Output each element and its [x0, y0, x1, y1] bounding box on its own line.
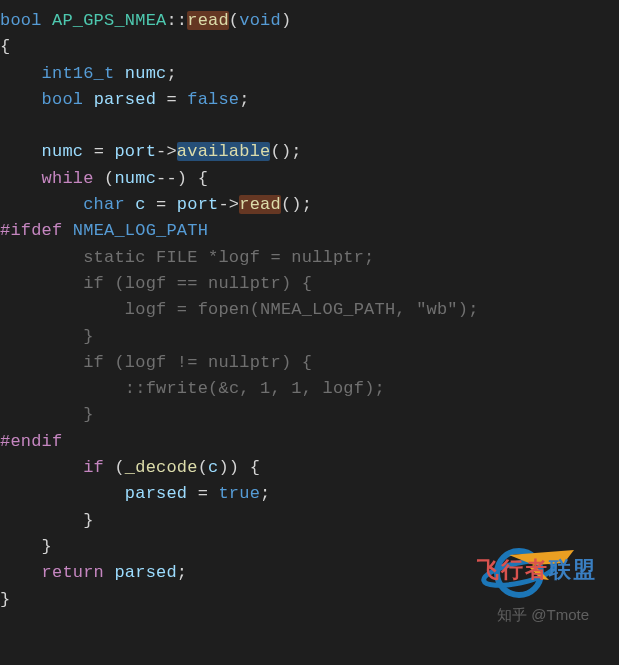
tok-false: false	[187, 90, 239, 109]
tok-void: void	[239, 11, 281, 30]
tok-bool: bool	[42, 90, 84, 109]
var-parsed3: parsed	[114, 563, 176, 582]
var-logf3: logf	[125, 300, 167, 319]
var-numc-loop: numc	[114, 169, 156, 188]
fopen-path: NMEA_LOG_PATH	[260, 300, 395, 319]
endif-kw: #endif	[0, 432, 62, 451]
kw-if2: if	[83, 353, 104, 372]
call-read: read	[239, 195, 281, 214]
fopen-mode: "wb"	[416, 300, 458, 319]
var-logf4: logf	[125, 353, 167, 372]
var-numc: numc	[125, 64, 167, 83]
num-1a: 1	[260, 379, 270, 398]
var-c3: c	[208, 458, 218, 477]
call-fopen: fopen	[198, 300, 250, 319]
kw-if3: if	[83, 458, 104, 477]
var-logf5: logf	[323, 379, 365, 398]
tok-class-name: AP_GPS_NMEA	[52, 11, 166, 30]
tok-char: char	[83, 195, 125, 214]
var-parsed: parsed	[94, 90, 156, 109]
kw-while: while	[42, 169, 94, 188]
kw-static: static	[83, 248, 145, 267]
tok-method-name: read	[187, 11, 229, 30]
tok-true: true	[218, 484, 260, 503]
var-logf2: logf	[125, 274, 167, 293]
ifdef-kw: #ifdef	[0, 221, 62, 240]
call-fwrite: fwrite	[146, 379, 208, 398]
var-parsed2: parsed	[125, 484, 187, 503]
kw-return: return	[42, 563, 104, 582]
var-logf: logf	[218, 248, 260, 267]
field-port: port	[114, 142, 156, 161]
call-decode: _decode	[125, 458, 198, 477]
tok-int16: int16_t	[42, 64, 115, 83]
type-file: FILE	[156, 248, 198, 267]
var-c2: c	[229, 379, 239, 398]
nullptr2: nullptr	[208, 274, 281, 293]
num-1b: 1	[291, 379, 301, 398]
field-port2: port	[177, 195, 219, 214]
var-c: c	[135, 195, 145, 214]
nullptr3: nullptr	[208, 353, 281, 372]
ifdef-sym: NMEA_LOG_PATH	[73, 221, 208, 240]
call-available: available	[177, 142, 271, 161]
tok-return-type: bool	[0, 11, 42, 30]
var-numc-use: numc	[42, 142, 84, 161]
nullptr1: nullptr	[291, 248, 364, 267]
kw-if1: if	[83, 274, 104, 293]
code-editor-content[interactable]: bool AP_GPS_NMEA::read(void) { int16_t n…	[0, 0, 619, 613]
